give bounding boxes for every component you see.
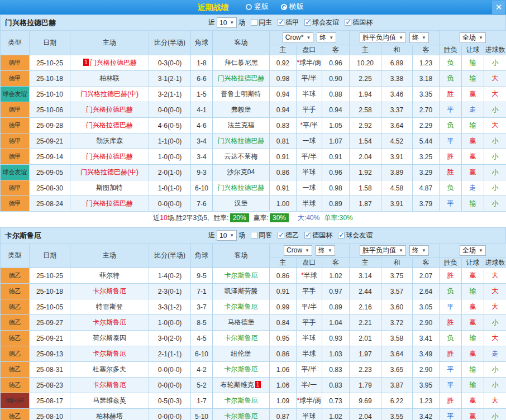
close-icon[interactable]: ✕ bbox=[492, 1, 505, 14]
filter-checkbox[interactable]: 德国杯 bbox=[304, 231, 332, 240]
home-team[interactable]: 特雷斯登 bbox=[70, 299, 149, 315]
asia-handicap: 半球 bbox=[297, 346, 322, 362]
away-team[interactable]: 卡尔斯鲁厄 bbox=[213, 393, 270, 409]
match-count-select[interactable]: 10 bbox=[217, 230, 237, 241]
home-team[interactable]: 门兴格拉德巴赫 bbox=[70, 102, 149, 118]
europe-draw-odds: 3.72 bbox=[381, 315, 413, 331]
scope-select[interactable]: 全场 bbox=[460, 32, 486, 43]
filter-checkbox[interactable]: 德乙 bbox=[278, 231, 299, 240]
europe-odds-time-select[interactable]: 终 bbox=[409, 32, 429, 43]
home-team[interactable]: 门兴格拉德巴赫(中) bbox=[70, 87, 149, 102]
home-team[interactable]: 卡尔斯鲁厄 bbox=[70, 378, 149, 393]
col-europe-away: 客 bbox=[413, 45, 440, 55]
filter-checkbox[interactable]: 球会友谊 bbox=[338, 231, 373, 240]
home-team[interactable]: 门兴格拉德巴赫 bbox=[70, 118, 149, 133]
home-team[interactable]: 1门兴格拉德巴赫 bbox=[70, 55, 149, 71]
home-team[interactable]: 门兴格拉德巴赫 bbox=[70, 196, 149, 212]
home-team[interactable]: 卡尔斯鲁厄 bbox=[70, 284, 149, 299]
bookmaker-select[interactable]: Crow bbox=[284, 245, 312, 256]
filter-checkbox[interactable]: 德甲 bbox=[278, 18, 299, 27]
corner-score: 8-5 bbox=[191, 315, 213, 331]
match-row: 德甲 25-09-21 勒沃库森 1-1(0-0) 3-4 门兴格拉德巴赫 0.… bbox=[1, 133, 506, 149]
asia-away-odds: 0.83 bbox=[322, 378, 350, 393]
checkbox-label: 同主 bbox=[259, 18, 272, 27]
page-title: 近期战绩 bbox=[197, 3, 228, 12]
away-team[interactable]: 卡尔斯鲁厄 bbox=[213, 409, 270, 420]
result-handicap: 输 bbox=[462, 284, 484, 299]
layout-radio-vertical[interactable]: 竖版 bbox=[246, 2, 269, 12]
home-team[interactable]: 荷尔斯泰因 bbox=[70, 331, 149, 346]
bookmaker-select[interactable]: Crow* bbox=[283, 32, 314, 43]
away-team[interactable]: 拜仁慕尼黑 bbox=[213, 55, 270, 71]
europe-odds-type-select[interactable]: 胜平负均值 bbox=[360, 32, 406, 43]
topbar-center: 近期战绩 竖版 横版 bbox=[197, 2, 308, 13]
result-handicap: 赢 bbox=[462, 133, 484, 149]
home-team[interactable]: 菲尔特 bbox=[70, 268, 149, 284]
away-team[interactable]: 纽伦堡 bbox=[213, 346, 270, 362]
summary-count: 10 bbox=[160, 214, 167, 222]
europe-away-odds: 1.23 bbox=[413, 55, 440, 71]
league-badge: 德乙 bbox=[1, 378, 30, 393]
asia-odds-time-select[interactable]: 终 bbox=[317, 32, 336, 43]
radio-label: 横版 bbox=[289, 2, 304, 12]
away-team[interactable]: 布轮斯维克1 bbox=[213, 378, 270, 393]
asia-away-odds: 0.88 bbox=[322, 87, 350, 102]
home-team[interactable]: 门兴格拉德巴赫 bbox=[70, 149, 149, 165]
team-label: 门兴格拉德巴赫 bbox=[218, 74, 265, 82]
filter-checkbox[interactable]: 同主 bbox=[251, 18, 272, 27]
asia-odds-group-header: Crow终 bbox=[270, 244, 350, 258]
away-team[interactable]: 卡尔斯鲁厄 bbox=[213, 362, 270, 378]
col-score: 比分(半场) bbox=[149, 244, 191, 268]
away-team[interactable]: 云达不莱梅 bbox=[213, 149, 270, 165]
home-team[interactable]: 斯图加特 bbox=[70, 180, 149, 196]
home-team[interactable]: 马瑟维兹英 bbox=[70, 393, 149, 409]
away-team[interactable]: 门兴格拉德巴赫 bbox=[213, 180, 270, 196]
europe-odds-time-select[interactable]: 终 bbox=[409, 245, 429, 256]
europe-odds-type-select[interactable]: 胜平负均值 bbox=[360, 245, 406, 256]
asia-home-odds: 0.84 bbox=[270, 315, 297, 331]
home-team[interactable]: 门兴格拉德巴赫(中) bbox=[70, 165, 149, 180]
filter-controls: 近 10 场 同主德甲球会友谊德国杯 bbox=[208, 15, 373, 30]
away-team[interactable]: 沙尔克04 bbox=[213, 165, 270, 180]
away-team[interactable]: 普鲁士明斯特 bbox=[213, 87, 270, 102]
away-team[interactable]: 卡尔斯鲁厄 bbox=[213, 268, 270, 284]
score: 3-0(2-0) bbox=[149, 331, 191, 346]
result-goals: 小 bbox=[484, 180, 506, 196]
away-team[interactable]: 凯泽斯劳滕 bbox=[213, 284, 270, 299]
team-label: 门兴格拉德巴赫(中) bbox=[80, 168, 139, 176]
result-wdl: 负 bbox=[440, 71, 462, 87]
away-team[interactable]: 弗赖堡 bbox=[213, 102, 270, 118]
result-wdl: 负 bbox=[440, 180, 462, 196]
filter-checkbox[interactable]: 同客 bbox=[251, 231, 272, 240]
away-team[interactable]: 卡尔斯鲁厄 bbox=[213, 331, 270, 346]
checkbox-label: 球会友谊 bbox=[312, 18, 339, 27]
away-team[interactable]: 门兴格拉德巴赫 bbox=[213, 71, 270, 87]
away-team[interactable]: 法兰克福 bbox=[213, 118, 270, 133]
home-team[interactable]: 杜塞尔多夫 bbox=[70, 362, 149, 378]
europe-draw-odds: 3.57 bbox=[381, 284, 413, 299]
team-label: 门兴格拉德巴赫 bbox=[86, 121, 133, 129]
home-team[interactable]: 卡尔斯鲁厄 bbox=[70, 346, 149, 362]
asia-away-odds: 1.03 bbox=[322, 346, 350, 362]
home-team[interactable]: 柏林赫塔 bbox=[70, 409, 149, 420]
match-date: 25-09-13 bbox=[30, 346, 70, 362]
match-count-select[interactable]: 10 bbox=[217, 17, 237, 28]
scope-select[interactable]: 全场 bbox=[460, 245, 486, 256]
filter-checkbox[interactable]: 德国杯 bbox=[345, 18, 373, 27]
result-wdl: 胜 bbox=[440, 268, 462, 284]
score: 0-0(0-0) bbox=[149, 378, 191, 393]
away-team[interactable]: 卡尔斯鲁厄 bbox=[213, 299, 270, 315]
corner-score: 6-10 bbox=[191, 180, 213, 196]
home-team[interactable]: 勒沃库森 bbox=[70, 133, 149, 149]
home-team[interactable]: 柏林联 bbox=[70, 71, 149, 87]
away-team[interactable]: 门兴格拉德巴赫 bbox=[213, 133, 270, 149]
asia-odds-time-select[interactable]: 终 bbox=[316, 245, 335, 256]
europe-home-odds: 2.04 bbox=[350, 149, 381, 165]
away-team[interactable]: 马格德堡 bbox=[213, 315, 270, 331]
result-group-header: 全场 bbox=[440, 31, 506, 45]
europe-away-odds: 3.41 bbox=[413, 331, 440, 346]
home-team[interactable]: 卡尔斯鲁厄 bbox=[70, 315, 149, 331]
filter-checkbox[interactable]: 球会友谊 bbox=[304, 18, 339, 27]
layout-radio-horizontal[interactable]: 横版 bbox=[281, 2, 304, 12]
away-team[interactable]: 汉堡 bbox=[213, 196, 270, 212]
